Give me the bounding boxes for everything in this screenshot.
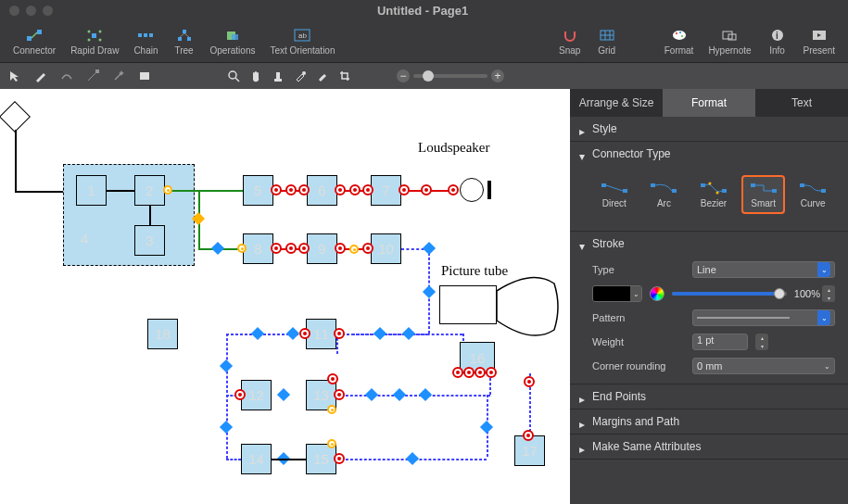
svg-point-7 [99, 39, 102, 42]
dropper-tool[interactable] [291, 67, 310, 85]
svg-rect-47 [651, 183, 655, 187]
pen-tool[interactable] [32, 67, 50, 85]
pattern-preview [697, 314, 790, 321]
toolbar-grid[interactable]: Grid [590, 25, 624, 57]
diagram-line [165, 190, 243, 192]
toolbar-tree[interactable]: Tree [168, 25, 201, 57]
connector-type-direct[interactable]: Direct [592, 175, 637, 214]
hand-tool[interactable] [247, 67, 265, 85]
node-tool[interactable] [83, 67, 102, 85]
handle-icon [402, 327, 415, 340]
toolbar-connector[interactable]: Connector [7, 25, 61, 57]
grid-icon [599, 29, 615, 42]
diagram-box-7[interactable]: 7 [371, 175, 401, 206]
port-icon [335, 184, 346, 195]
loudspeaker-label: Loudspeaker [418, 140, 489, 156]
pointer-tool[interactable] [6, 67, 24, 85]
port-icon [237, 244, 247, 253]
zoom-tool[interactable] [224, 67, 243, 85]
toolbar-format[interactable]: Format [659, 25, 700, 57]
wand-tool[interactable] [109, 67, 128, 85]
close-window-icon[interactable] [9, 6, 19, 16]
diagram-box-8[interactable]: 8 [243, 233, 273, 264]
section-style[interactable]: ▸ Style [570, 117, 848, 141]
section-end-points[interactable]: ▸End Points [570, 384, 848, 409]
shape-tool[interactable] [135, 67, 154, 85]
section-stroke[interactable]: ▾ Stroke [570, 232, 848, 256]
port-icon [285, 184, 297, 195]
port-icon [523, 430, 534, 441]
diagram-box-14[interactable]: 14 [241, 444, 272, 474]
box-label: 4 [81, 231, 88, 246]
tab-arrange-size[interactable]: Arrange & Size [570, 89, 663, 117]
connector-type-curve[interactable]: Curve [791, 175, 835, 214]
svg-rect-44 [601, 183, 606, 187]
connector-type-arc[interactable]: Arc [642, 175, 687, 214]
diagram-line [107, 190, 134, 192]
toolbar-hypernote[interactable]: Hypernote [702, 25, 756, 57]
diagram-line [149, 206, 151, 225]
svg-point-51 [708, 183, 711, 185]
section-margins-path[interactable]: ▸Margins and Path [570, 410, 848, 434]
tab-format[interactable]: Format [663, 89, 755, 117]
stroke-pattern-select[interactable]: ⌄ [692, 309, 835, 326]
stamp-tool[interactable] [269, 67, 287, 85]
connector-type-bezier[interactable]: Bezier [691, 175, 736, 214]
crop-tool[interactable] [335, 67, 354, 85]
diagram-box-2[interactable]: 2 [134, 175, 165, 206]
path-tool[interactable] [57, 67, 76, 85]
port-icon [349, 184, 361, 195]
diagram-box-5[interactable]: 5 [243, 175, 273, 206]
svg-point-4 [88, 31, 91, 33]
smart-connector[interactable] [226, 459, 241, 460]
smart-connector[interactable] [336, 395, 490, 397]
chevron-down-icon: ▾ [579, 240, 587, 247]
svg-point-52 [715, 192, 718, 195]
chevron-right-icon: ▸ [579, 393, 587, 400]
svg-text:i: i [776, 31, 778, 41]
stroke-type-select[interactable]: Line ⌄ [692, 261, 835, 278]
diagram-box-9[interactable]: 9 [307, 233, 337, 264]
canvas[interactable]: 4 1 2 3 5 6 7 Loudspeaker 8 9 10 [0, 89, 570, 504]
stroke-opacity-slider[interactable] [672, 292, 787, 296]
weight-stepper[interactable]: ▴▾ [755, 334, 768, 350]
section-same-attributes[interactable]: ▸Make Same Attributes [570, 435, 848, 459]
toolbar-chain[interactable]: Chain [128, 25, 163, 57]
stroke-weight-input[interactable]: 1 pt [692, 334, 748, 350]
toolbar-text-orientation[interactable]: ab Text Orientation [264, 25, 340, 57]
toolbar-operations[interactable]: Operations [205, 25, 261, 57]
port-icon [349, 245, 359, 254]
handle-icon [423, 242, 436, 255]
zoom-slider[interactable] [413, 74, 487, 78]
hypernote-icon [721, 29, 738, 42]
port-icon [452, 367, 463, 378]
color-wheel-icon[interactable] [650, 286, 664, 301]
handle-icon [419, 388, 432, 401]
svg-point-5 [99, 31, 102, 33]
diagram-box-3[interactable]: 3 [134, 225, 165, 256]
corner-rounding-select[interactable]: 0 mm ⌄ [692, 358, 835, 374]
connector-type-smart[interactable]: Smart [741, 175, 786, 214]
diagram-box-18[interactable]: 18 [147, 319, 178, 349]
section-connector-type[interactable]: ▾ Connector Type [570, 142, 848, 166]
diagram-line [15, 130, 17, 192]
toolbar-present[interactable]: Present [798, 25, 841, 57]
toolbar-info[interactable]: i Info [761, 25, 794, 57]
toolbar-rapid-draw[interactable]: Rapid Draw [65, 25, 124, 57]
minimize-window-icon[interactable] [26, 6, 36, 16]
tab-text[interactable]: Text [755, 89, 848, 117]
brush-tool[interactable] [313, 67, 332, 85]
svg-line-40 [235, 78, 239, 82]
port-icon [234, 389, 246, 400]
diagram-box-10[interactable]: 10 [371, 233, 401, 264]
opacity-stepper[interactable]: ▴▾ [822, 285, 835, 302]
stroke-type-label: Type [592, 264, 685, 275]
stroke-color-swatch[interactable]: ⌄ [592, 285, 642, 302]
toolbar-snap[interactable]: Snap [553, 25, 587, 57]
svg-rect-8 [138, 33, 142, 37]
zoom-in-button[interactable]: + [491, 69, 504, 82]
maximize-window-icon[interactable] [43, 6, 53, 16]
zoom-out-button[interactable]: − [397, 69, 410, 82]
diagram-box-6[interactable]: 6 [307, 175, 337, 206]
diagram-box-1[interactable]: 1 [76, 175, 107, 206]
